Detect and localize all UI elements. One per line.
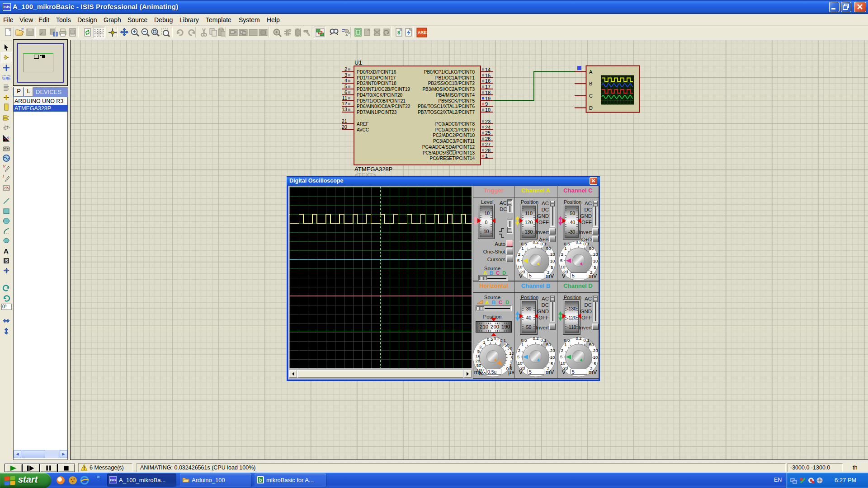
svg-text:14: 14 (485, 67, 491, 72)
svg-text:0.5: 0.5 (564, 241, 570, 246)
svg-text:27: 27 (485, 142, 491, 147)
svg-text:0.2: 0.2 (533, 241, 538, 244)
svg-text:10: 10 (593, 355, 598, 360)
svg-text:PD0/RXD/PCINT16: PD0/RXD/PCINT16 (357, 70, 396, 75)
svg-text:50: 50 (589, 342, 594, 347)
svg-text:S: S (5, 258, 8, 263)
svg-text:0.5: 0.5 (521, 338, 527, 343)
svg-text:5: 5 (551, 361, 553, 366)
svg-text:U1: U1 (354, 59, 362, 66)
svg-text:20: 20 (550, 348, 555, 353)
svg-text:0.5: 0.5 (564, 338, 570, 343)
svg-text:20: 20 (550, 252, 555, 257)
svg-text:5: 5 (551, 265, 553, 270)
svg-text:AREF: AREF (357, 122, 369, 127)
svg-text:1: 1 (485, 153, 488, 159)
svg-text:LBL: LBL (4, 76, 11, 80)
svg-text:0.5: 0.5 (487, 337, 493, 342)
svg-text:15: 15 (485, 73, 491, 78)
svg-text:C: C (589, 93, 593, 99)
svg-text:2: 2 (518, 252, 520, 257)
svg-text:24: 24 (485, 125, 491, 130)
svg-text:5: 5 (477, 349, 480, 354)
svg-text:20: 20 (593, 252, 598, 257)
svg-text:PD3/INT1/OC2B/PCINT19: PD3/INT1/OC2B/PCINT19 (357, 87, 410, 92)
svg-text:0.1: 0.1 (540, 338, 546, 343)
svg-text:A: A (589, 69, 593, 75)
svg-text:AVCC: AVCC (357, 127, 369, 132)
svg-text:0.2: 0.2 (533, 337, 538, 341)
svg-text:5: 5 (517, 258, 519, 263)
svg-text:5: 5 (560, 258, 562, 263)
svg-text:PB7/TOSC2/XTAL2/PCINT7: PB7/TOSC2/XTAL2/PCINT7 (418, 110, 475, 115)
svg-text:10: 10 (561, 361, 566, 366)
svg-text:2: 2 (518, 348, 520, 353)
svg-text:PB1/OC1A/PCINT1: PB1/OC1A/PCINT1 (435, 75, 475, 80)
svg-text:0.1: 0.1 (583, 241, 589, 246)
svg-text:5: 5 (344, 84, 347, 89)
svg-text:2: 2 (344, 66, 347, 72)
svg-text:1: 1 (483, 340, 485, 345)
svg-text:19: 19 (485, 96, 491, 101)
svg-text:1: 1 (521, 246, 524, 251)
svg-text:2: 2 (561, 348, 563, 353)
svg-text:50: 50 (546, 342, 551, 347)
svg-text:6: 6 (344, 89, 347, 95)
svg-text:10: 10 (561, 264, 566, 269)
svg-text:20: 20 (508, 346, 513, 351)
svg-text:10: 10 (518, 264, 523, 269)
svg-text:ARES: ARES (418, 30, 427, 35)
svg-text:10: 10 (550, 258, 555, 263)
svg-text:A: A (345, 33, 348, 37)
svg-text:PC6/RESET/PCINT14: PC6/RESET/PCINT14 (430, 156, 475, 161)
svg-text:0.1: 0.1 (583, 338, 589, 343)
svg-text:10: 10 (593, 258, 598, 263)
svg-text:9: 9 (485, 101, 488, 107)
svg-text:4: 4 (344, 78, 347, 83)
svg-text:26: 26 (485, 136, 491, 141)
svg-text:10: 10 (550, 355, 555, 360)
svg-text:17: 17 (485, 84, 491, 89)
svg-text:PD2/INT0/PCINT18: PD2/INT0/PCINT18 (357, 81, 396, 86)
svg-text:PD5/T1/OC0B/PCINT21: PD5/T1/OC0B/PCINT21 (357, 99, 406, 103)
svg-text:10: 10 (518, 361, 523, 366)
svg-text:$: $ (397, 30, 400, 35)
svg-text:16: 16 (485, 78, 491, 84)
svg-text:A: A (4, 247, 9, 255)
svg-text:20: 20 (342, 124, 347, 130)
svg-text:12: 12 (342, 101, 347, 106)
svg-text:PC5/ADC5/SCL/PCINT13: PC5/ADC5/SCL/PCINT13 (423, 150, 475, 155)
svg-text:PD7/AIN1/PCINT23: PD7/AIN1/PCINT23 (357, 110, 397, 115)
svg-text:PB0/ICP1/CLKO/PCINT0: PB0/ICP1/CLKO/PCINT0 (424, 70, 475, 75)
svg-text:3: 3 (344, 72, 347, 78)
svg-text:V: V (3, 164, 6, 169)
svg-text:28: 28 (485, 148, 491, 153)
svg-text:PD1/TXD/PCINT17: PD1/TXD/PCINT17 (357, 75, 396, 80)
svg-text:PB2/SS/OC1B/PCINT2: PB2/SS/OC1B/PCINT2 (428, 81, 475, 86)
svg-text:isis: isis (110, 478, 117, 482)
svg-text:1: 1 (564, 342, 566, 347)
svg-text:0.2: 0.2 (494, 337, 500, 341)
svg-text:11: 11 (342, 95, 347, 101)
svg-text:13: 13 (342, 107, 347, 112)
svg-text:PC3/ADC3/PCINT11: PC3/ADC3/PCINT11 (433, 139, 475, 144)
svg-text:10: 10 (485, 107, 491, 113)
svg-text:23: 23 (485, 119, 491, 124)
svg-text:PB5/SCK/PCINT5: PB5/SCK/PCINT5 (438, 99, 475, 103)
svg-text:PC1/ADC1/PCINT9: PC1/ADC1/PCINT9 (435, 127, 475, 132)
svg-text:PD6/AIN0/OC0A/PCINT22: PD6/AIN0/OC0A/PCINT22 (357, 104, 410, 109)
svg-text:0.1: 0.1 (540, 241, 546, 246)
svg-text:0.2: 0.2 (576, 337, 581, 341)
svg-text:PC2/ADC2/PCINT10: PC2/ADC2/PCINT10 (433, 133, 475, 138)
svg-text:0.2: 0.2 (576, 241, 581, 244)
svg-text:5: 5 (594, 361, 596, 366)
svg-text:B: B (589, 81, 592, 86)
svg-text:PC4/ADC4/SDA/PCINT12: PC4/ADC4/SDA/PCINT12 (422, 145, 475, 150)
svg-text:20: 20 (593, 348, 598, 353)
svg-text:5: 5 (560, 354, 562, 359)
svg-text:50: 50 (546, 246, 551, 251)
svg-text:PC0/ADC0/PCINT8: PC0/ADC0/PCINT8 (435, 122, 475, 127)
svg-text:PD4/T0/XCK/PCINT20: PD4/T0/XCK/PCINT20 (357, 93, 403, 98)
svg-text:25: 25 (485, 130, 491, 136)
svg-text:5: 5 (517, 354, 519, 359)
